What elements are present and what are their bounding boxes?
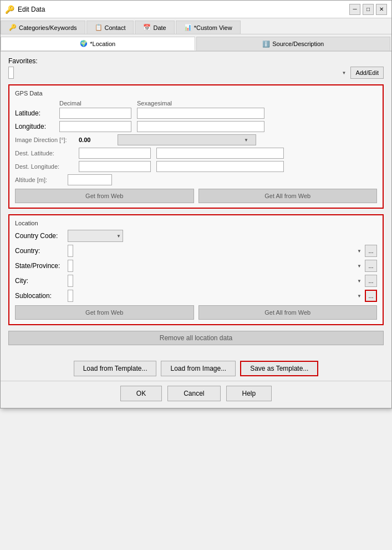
title-bar: 🔑 Edit Data ─ □ ✕ <box>1 1 391 18</box>
save-template-button[interactable]: Save as Template... <box>240 361 318 376</box>
image-direction-label: Image Direction [°]: <box>15 137 79 143</box>
longitude-row: Longitude: <box>15 121 377 132</box>
dest-longitude-sexagesimal-input[interactable] <box>156 161 284 172</box>
close-button[interactable]: ✕ <box>376 4 387 15</box>
sublocation-label: Sublocation: <box>15 292 68 300</box>
location-section: Location Country Code: Country: ... Stat… <box>8 214 384 325</box>
tab-custom-view[interactable]: 📊 *Custom View <box>176 21 241 34</box>
date-tab-icon: 📅 <box>143 24 151 31</box>
longitude-sexagesimal-input[interactable] <box>137 121 264 132</box>
sublocation-row: Sublocation: ... <box>15 290 377 302</box>
country-select[interactable] <box>68 245 73 257</box>
tab-location[interactable]: 🌍 *Location <box>1 37 195 51</box>
load-template-button[interactable]: Load from Template... <box>74 361 157 376</box>
location-btn-row: Get from Web Get All from Web <box>15 305 377 320</box>
ok-button[interactable]: OK <box>120 386 162 401</box>
load-image-button[interactable]: Load from Image... <box>161 361 236 376</box>
country-code-row: Country Code: <box>15 230 377 242</box>
main-content: Favorites: Add/Edit GPS Data Decimal Sex… <box>1 52 391 356</box>
sublocation-select[interactable] <box>68 290 73 302</box>
city-dots-button[interactable]: ... <box>365 275 377 287</box>
tab-categories[interactable]: 🔑 Categories/Keywords <box>1 21 85 34</box>
minimize-button[interactable]: ─ <box>349 4 360 15</box>
sexagesimal-header: Sexagesimal <box>137 100 215 107</box>
tab-date[interactable]: 📅 Date <box>135 21 174 34</box>
gps-get-from-web-button[interactable]: Get from Web <box>15 189 194 203</box>
main-window: 🔑 Edit Data ─ □ ✕ 🔑 Categories/Keywords … <box>0 0 392 408</box>
dest-longitude-row: Dest. Longitude: <box>15 161 377 172</box>
tab-contact[interactable]: 📋 Contact <box>86 21 134 34</box>
altitude-row: Altitude [m]: <box>15 174 377 185</box>
favorites-input-row: Add/Edit <box>8 67 384 79</box>
source-tab-icon: ℹ️ <box>262 41 270 48</box>
image-direction-dropdown[interactable] <box>118 134 256 145</box>
city-select-wrapper <box>68 275 364 287</box>
tab-row-2: 🌍 *Location ℹ️ Source/Description <box>1 34 391 52</box>
remove-location-button[interactable]: Remove all location data <box>8 331 384 345</box>
city-label: City: <box>15 277 68 285</box>
latitude-row: Latitude: <box>15 108 377 119</box>
latitude-decimal-input[interactable] <box>59 108 131 119</box>
footer-row: OK Cancel Help <box>1 381 391 408</box>
city-row: City: ... <box>15 275 377 287</box>
dest-longitude-label: Dest. Longitude: <box>15 163 79 170</box>
dest-latitude-label: Dest. Latitude: <box>15 150 79 157</box>
location-section-title: Location <box>15 220 377 226</box>
dest-latitude-row: Dest. Latitude: <box>15 148 377 159</box>
tab-row-1: 🔑 Categories/Keywords 📋 Contact 📅 Date 📊… <box>1 18 391 34</box>
window-title: Edit Data <box>18 6 45 13</box>
altitude-input[interactable] <box>68 174 112 185</box>
country-select-wrapper <box>68 245 364 257</box>
favorites-label: Favorites: <box>8 57 384 65</box>
altitude-label: Altitude [m]: <box>15 176 68 183</box>
gps-section-title: GPS Data <box>15 90 377 97</box>
latitude-label: Latitude: <box>15 109 59 117</box>
state-province-label: State/Province: <box>15 262 68 270</box>
city-select[interactable] <box>68 275 73 287</box>
gps-headers: Decimal Sexagesimal <box>59 100 377 107</box>
title-bar-left: 🔑 Edit Data <box>5 5 45 14</box>
sublocation-select-wrapper <box>68 290 364 302</box>
image-direction-value: 0.00 <box>79 137 112 143</box>
gps-get-all-from-web-button[interactable]: Get All from Web <box>198 189 378 203</box>
cancel-button[interactable]: Cancel <box>167 386 220 401</box>
help-button[interactable]: Help <box>226 386 272 401</box>
country-row: Country: ... <box>15 245 377 257</box>
add-edit-button[interactable]: Add/Edit <box>350 67 384 79</box>
image-direction-select-wrapper <box>118 134 251 145</box>
longitude-decimal-input[interactable] <box>59 121 131 132</box>
decimal-header: Decimal <box>59 100 137 107</box>
tab-source-description[interactable]: ℹ️ Source/Description <box>196 37 391 51</box>
location-get-from-web-button[interactable]: Get from Web <box>15 305 194 320</box>
country-code-label: Country Code: <box>15 232 68 240</box>
dest-latitude-sexagesimal-input[interactable] <box>156 148 284 159</box>
country-code-select[interactable] <box>68 230 123 242</box>
categories-tab-icon: 🔑 <box>9 24 17 31</box>
custom-view-tab-icon: 📊 <box>184 24 192 31</box>
country-code-select-wrapper <box>68 230 123 242</box>
state-province-row: State/Province: ... <box>15 260 377 272</box>
location-tab-icon: 🌍 <box>80 40 88 47</box>
longitude-label: Longitude: <box>15 123 59 130</box>
favorites-select[interactable] <box>8 67 14 79</box>
title-bar-buttons: ─ □ ✕ <box>349 4 387 15</box>
favorites-section: Favorites: Add/Edit <box>8 57 384 79</box>
favorites-select-wrapper <box>8 67 348 79</box>
country-dots-button[interactable]: ... <box>365 245 377 257</box>
dest-latitude-decimal-input[interactable] <box>79 148 151 159</box>
gps-btn-row: Get from Web Get All from Web <box>15 189 377 203</box>
bottom-buttons-row: Load from Template... Load from Image...… <box>1 356 391 381</box>
country-label: Country: <box>15 247 68 255</box>
window-icon: 🔑 <box>5 5 14 14</box>
contact-tab-icon: 📋 <box>95 24 103 31</box>
state-dots-button[interactable]: ... <box>365 260 377 272</box>
image-direction-row: Image Direction [°]: 0.00 <box>15 134 377 145</box>
gps-section: GPS Data Decimal Sexagesimal Latitude: L… <box>8 84 384 209</box>
sublocation-dots-button[interactable]: ... <box>365 290 377 302</box>
state-select-wrapper <box>68 260 364 272</box>
latitude-sexagesimal-input[interactable] <box>137 108 264 119</box>
state-province-select[interactable] <box>68 260 73 272</box>
dest-longitude-decimal-input[interactable] <box>79 161 151 172</box>
maximize-button[interactable]: □ <box>363 4 374 15</box>
location-get-all-from-web-button[interactable]: Get All from Web <box>198 305 378 320</box>
